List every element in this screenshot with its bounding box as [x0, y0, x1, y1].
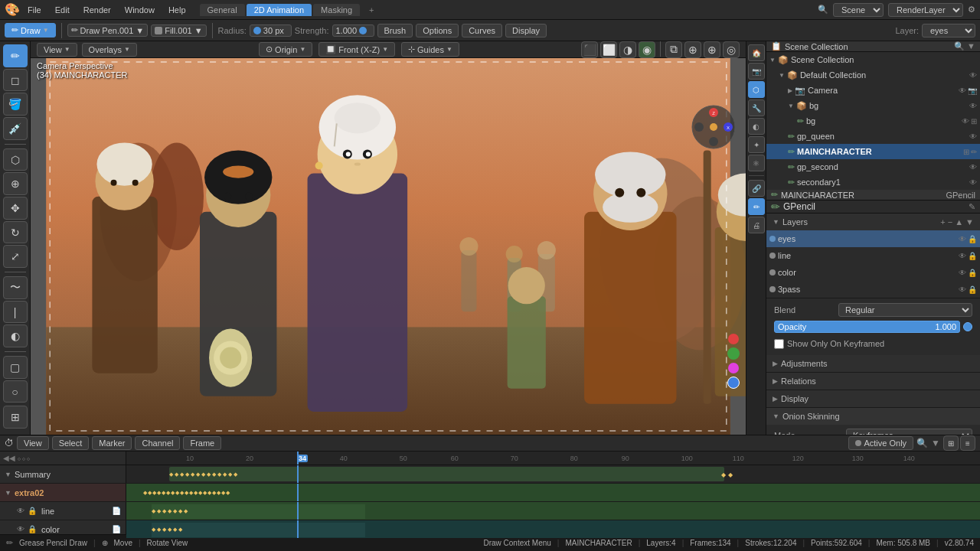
tl-view-icon1[interactable]: ⊞ [943, 435, 959, 451]
strength-btn[interactable]: ◐ [3, 324, 28, 347]
layers-header[interactable]: ▼ Layers + − ▲ ▼ [766, 214, 980, 230]
tab-general[interactable]: General [200, 4, 245, 16]
menu-window[interactable]: Window [119, 4, 161, 16]
snap-toggle[interactable]: ⊕ [704, 41, 720, 58]
bg-vis-icon[interactable]: 👁 [969, 102, 977, 110]
opacity-keyframe-btn[interactable] [963, 322, 972, 331]
outliner-gp-queen[interactable]: ✏ gp_queen 👁 [766, 129, 980, 144]
brush-btn[interactable]: Brush [377, 24, 413, 37]
extra02-expand-icon[interactable]: ▼ [5, 489, 11, 497]
search-icon[interactable]: 🔍 [818, 5, 828, 15]
gpencil-section-edit[interactable]: ✎ [969, 202, 975, 212]
outliner-scene-collection[interactable]: ▼ 📦 Scene Collection [766, 52, 980, 67]
mainchar-vis-icon[interactable]: ⊞ [963, 148, 969, 156]
layer-remove-icon[interactable]: − [948, 217, 952, 227]
mode-selector[interactable]: Keyframes [846, 429, 972, 435]
queen-vis-icon[interactable]: 👁 [969, 132, 977, 141]
scale-btn[interactable]: ⤢ [3, 245, 28, 268]
outliner-bg-group[interactable]: ▼ 📦 bg 👁 [766, 98, 980, 113]
particles-btn[interactable]: ✦ [748, 136, 765, 153]
line-lock-icon[interactable]: 🔒 [968, 252, 977, 260]
bg-sub-vis[interactable]: 👁 [962, 117, 969, 126]
timeline-select-btn[interactable]: Select [52, 436, 90, 450]
thickness-btn[interactable]: | [3, 301, 28, 324]
fill-selector[interactable]: Fill.001 ▼ [151, 24, 206, 37]
eye-lock-icon[interactable]: 🔒 [968, 235, 977, 243]
display-btn[interactable]: Display [505, 24, 547, 37]
layer-line[interactable]: line 👁 🔒 [766, 247, 980, 264]
fill-tool-btn[interactable]: 🪣 [3, 93, 28, 116]
shading-solid-btn[interactable]: ⬛ [581, 41, 598, 58]
color-lock-icon[interactable]: 🔒 [28, 525, 37, 533]
layer-add-icon[interactable]: + [940, 217, 945, 227]
settings-icon[interactable]: ⚙ [968, 5, 975, 15]
gizmo-toggle[interactable]: ⊕ [684, 41, 701, 58]
rotate-btn[interactable]: ↻ [3, 221, 28, 244]
second-vis-icon[interactable]: 👁 [969, 163, 977, 171]
smooth-btn[interactable]: 〜 [3, 276, 28, 299]
outliner-gp-second[interactable]: ✏ gp_second 👁 [766, 159, 980, 174]
layer-eyes[interactable]: eyes 👁 🔒 [766, 230, 980, 247]
options-btn[interactable]: Options [416, 24, 459, 37]
overlays-btn[interactable]: Overlays ▼ [82, 43, 137, 57]
active-only-btn[interactable]: Active Only [848, 436, 913, 450]
color-dot-green[interactable] [727, 347, 740, 360]
shading-render-btn[interactable]: ◑ [619, 41, 636, 58]
layer-move-up-icon[interactable]: ▲ [955, 217, 963, 227]
summary-expand-icon[interactable]: ▼ [5, 471, 11, 478]
ruler-marks-area[interactable]: 10 20 34 40 50 60 70 80 90 100 110 120 1… [126, 452, 980, 465]
timeline-view-btn[interactable]: View [17, 436, 49, 450]
color-dot-pink[interactable] [728, 363, 739, 373]
color-vis-icon[interactable]: 👁 [959, 269, 966, 277]
constraints-btn[interactable]: 🔗 [748, 180, 765, 197]
adjustments-header[interactable]: ▶ Adjustments [766, 355, 980, 372]
view-menu-btn[interactable]: View ▼ [37, 43, 77, 57]
outliner-default-collection[interactable]: ▼ 📦 Default Collection 👁 [766, 67, 980, 83]
line-lock-icon[interactable]: 🔒 [28, 507, 37, 515]
transform-btn[interactable]: ⊞ [3, 406, 28, 429]
strength-input[interactable]: 1.000 [332, 24, 374, 37]
line-content[interactable]: ◆◆◆◆◆◆◆ [126, 502, 980, 520]
menu-render[interactable]: Render [77, 4, 117, 16]
timeline-search-icon[interactable]: 🔍 [916, 438, 928, 448]
view-axis-btn[interactable]: 🔲 Front (X-Z) ▼ [318, 42, 395, 57]
bg-sub-extra[interactable]: ⊞ [971, 117, 977, 126]
output-btn[interactable]: 🖨 [748, 217, 765, 233]
object-props-btn[interactable]: ⬡ [748, 81, 765, 98]
tab-masking[interactable]: Masking [313, 4, 360, 16]
relations-header[interactable]: ▶ Relations [766, 373, 980, 390]
pen-selector[interactable]: ✏ Draw Pen.001 ▼ [67, 24, 149, 37]
cursor-btn[interactable]: ⊕ [3, 172, 28, 195]
modifiers-btn[interactable]: 🔧 [748, 99, 765, 116]
eyedropper-tool-btn[interactable]: 💉 [3, 117, 28, 140]
color-lock-icon[interactable]: 🔒 [968, 269, 977, 277]
rect-btn[interactable]: ▢ [3, 356, 28, 379]
nav-gizmo[interactable]: Z X [691, 104, 737, 150]
outliner-maincharacter[interactable]: ✏ MAINCHARACTER ⊞ ✏ [766, 144, 980, 159]
blend-selector[interactable]: Regular [838, 303, 972, 317]
sec1-vis-icon[interactable]: 👁 [969, 178, 977, 187]
tl-view-icon2[interactable]: ≡ [960, 435, 975, 451]
outliner-camera[interactable]: ▶ 📷 Camera 👁 📷 [766, 83, 980, 98]
render-props-btn[interactable]: 📷 [748, 63, 765, 80]
object-data-btn[interactable]: ✏ [748, 198, 765, 215]
overlay-toggle[interactable]: ⧉ [665, 41, 682, 58]
visibility-icon[interactable]: 👁 [969, 71, 977, 80]
menu-edit[interactable]: Edit [49, 4, 76, 16]
timeline-filter-icon[interactable]: ▼ [931, 438, 940, 448]
mainchar-extra-icon[interactable]: ✏ [971, 148, 977, 156]
guides-btn[interactable]: ⊹ Guides ▼ [401, 42, 459, 57]
display-header[interactable]: ▶ Display [766, 390, 980, 407]
viewport-canvas[interactable]: Camera Perspective (34) MAINCHARACTER Z … [31, 58, 746, 435]
show-keyframed-checkbox[interactable] [774, 339, 784, 349]
timeline-frame-btn[interactable]: Frame [183, 436, 221, 450]
draw-mode-btn[interactable]: ✏ Draw ▼ [5, 23, 56, 37]
3pass-lock-icon[interactable]: 🔒 [968, 285, 977, 294]
physics-btn[interactable]: ⚛ [748, 155, 765, 171]
3pass-vis-icon[interactable]: 👁 [959, 285, 966, 294]
menu-file[interactable]: File [21, 4, 47, 16]
color-vis-icon[interactable]: 👁 [17, 525, 24, 533]
erase-tool-btn[interactable]: ◻ [3, 69, 28, 92]
render-layer-selector[interactable]: RenderLayer [888, 3, 963, 17]
outliner-secondary1[interactable]: ✏ secondary1 👁 [766, 174, 980, 190]
